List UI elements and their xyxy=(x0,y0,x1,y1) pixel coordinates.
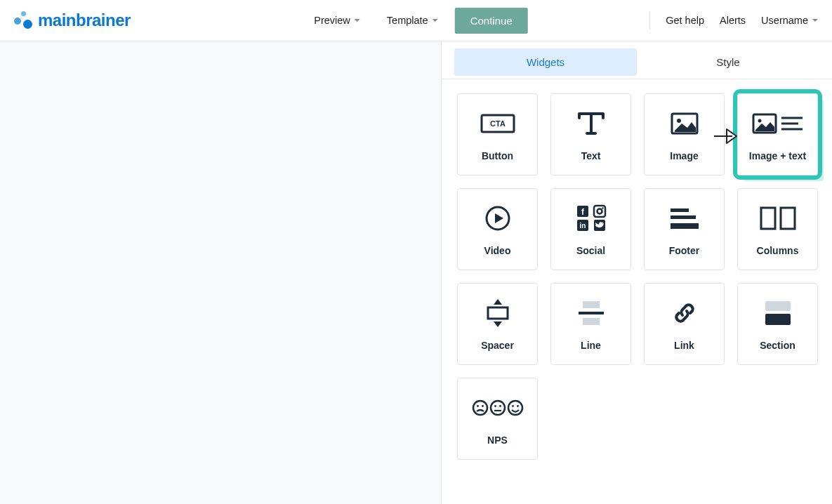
svg-rect-24 xyxy=(583,301,600,308)
widget-text[interactable]: Text xyxy=(550,93,631,175)
svg-rect-19 xyxy=(671,215,696,219)
widget-image[interactable]: Image xyxy=(644,93,725,175)
widget-social[interactable]: f in Social xyxy=(550,188,631,270)
widget-columns[interactable]: Columns xyxy=(737,188,818,270)
image-icon xyxy=(671,108,699,139)
section-icon xyxy=(762,298,793,329)
alerts-link[interactable]: Alerts xyxy=(720,15,746,26)
cta-button-icon: CTA xyxy=(480,108,515,139)
svg-point-38 xyxy=(517,405,519,407)
svg-point-29 xyxy=(473,401,487,415)
svg-point-30 xyxy=(477,405,479,407)
brand-logo: mainbrainer xyxy=(14,11,131,30)
nps-faces-icon xyxy=(471,392,524,423)
nav-center: Preview Template Continue xyxy=(304,8,527,34)
widget-label: Image + text xyxy=(749,150,806,161)
widget-image-text[interactable]: Image + text xyxy=(737,93,818,175)
svg-rect-12 xyxy=(594,206,605,217)
svg-point-37 xyxy=(512,405,514,407)
widget-grid: CTA Button Text xyxy=(442,79,832,474)
username-dropdown[interactable]: Username xyxy=(761,15,818,26)
main: Widgets Style CTA Button xyxy=(0,41,832,504)
widget-label: Section xyxy=(760,340,795,351)
svg-point-3 xyxy=(677,119,681,123)
svg-text:in: in xyxy=(579,222,586,230)
continue-button[interactable]: Continue xyxy=(455,8,528,34)
template-label: Template xyxy=(387,15,428,26)
caret-down-icon xyxy=(812,19,818,22)
svg-point-31 xyxy=(482,405,484,407)
line-divider-icon xyxy=(576,298,607,329)
svg-point-5 xyxy=(758,119,761,122)
widget-label: Button xyxy=(482,150,513,161)
social-icons: f in xyxy=(576,203,607,234)
get-help-link[interactable]: Get help xyxy=(666,15,704,26)
brand-mark-icon xyxy=(14,11,34,30)
svg-rect-23 xyxy=(488,307,508,319)
app-header: mainbrainer Preview Template Continue Ge… xyxy=(0,0,832,41)
alerts-label: Alerts xyxy=(720,15,746,26)
widget-footer[interactable]: Footer xyxy=(644,188,725,270)
widget-label: Text xyxy=(581,150,601,161)
panel-tabs: Widgets Style xyxy=(442,41,832,79)
widget-label: NPS xyxy=(487,435,508,446)
svg-rect-21 xyxy=(761,208,775,229)
get-help-label: Get help xyxy=(666,15,704,26)
footer-icon xyxy=(669,203,700,234)
tab-style-label: Style xyxy=(716,56,739,68)
spacer-icon xyxy=(484,298,512,329)
svg-rect-18 xyxy=(671,208,689,212)
brand-name: mainbrainer xyxy=(38,11,131,30)
text-icon xyxy=(576,108,606,139)
svg-point-36 xyxy=(508,401,522,415)
widget-label: Spacer xyxy=(481,340,514,351)
widget-label: Columns xyxy=(757,245,799,256)
widget-nps[interactable]: NPS xyxy=(457,378,538,460)
svg-point-13 xyxy=(597,208,602,213)
preview-dropdown[interactable]: Preview xyxy=(304,9,370,32)
widget-label: Line xyxy=(581,340,601,351)
tab-widgets[interactable]: Widgets xyxy=(454,48,637,76)
svg-text:CTA: CTA xyxy=(490,119,506,128)
svg-rect-22 xyxy=(781,208,795,229)
caret-down-icon xyxy=(355,19,360,22)
image-text-icon xyxy=(752,108,804,139)
continue-label: Continue xyxy=(470,15,513,27)
svg-rect-26 xyxy=(583,318,600,325)
widget-video[interactable]: Video xyxy=(457,188,538,270)
widget-link[interactable]: Link xyxy=(644,283,725,365)
widget-label: Footer xyxy=(669,245,700,256)
svg-rect-25 xyxy=(579,312,604,314)
side-panel: Widgets Style CTA Button xyxy=(441,41,832,504)
username-label: Username xyxy=(761,15,808,26)
svg-rect-28 xyxy=(765,314,791,325)
divider xyxy=(649,11,650,29)
svg-point-14 xyxy=(602,207,603,208)
tab-widgets-label: Widgets xyxy=(527,56,564,68)
tab-style[interactable]: Style xyxy=(637,48,819,76)
widget-label: Social xyxy=(576,245,605,256)
video-play-icon xyxy=(484,203,512,234)
nav-right: Get help Alerts Username xyxy=(649,11,818,29)
template-dropdown[interactable]: Template xyxy=(377,9,448,32)
svg-rect-27 xyxy=(765,301,791,311)
columns-icon xyxy=(760,203,796,234)
svg-point-33 xyxy=(494,405,496,407)
svg-point-34 xyxy=(499,405,501,407)
editor-canvas[interactable] xyxy=(0,41,441,504)
preview-label: Preview xyxy=(314,15,350,26)
widget-label: Link xyxy=(674,340,694,351)
widget-spacer[interactable]: Spacer xyxy=(457,283,538,365)
svg-rect-20 xyxy=(671,223,699,229)
link-chain-icon xyxy=(671,298,699,329)
widget-line[interactable]: Line xyxy=(550,283,631,365)
widget-section[interactable]: Section xyxy=(737,283,818,365)
svg-point-32 xyxy=(491,401,505,415)
widget-label: Video xyxy=(484,245,511,256)
widget-label: Image xyxy=(670,150,698,161)
caret-down-icon xyxy=(432,19,438,22)
widget-button[interactable]: CTA Button xyxy=(457,93,538,175)
